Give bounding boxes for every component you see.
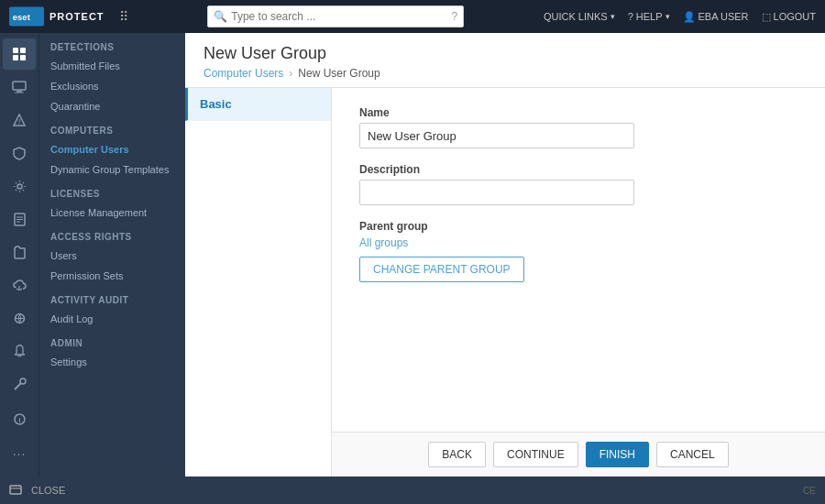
svg-rect-6 <box>13 82 26 90</box>
sidebar-icon-more[interactable]: ··· <box>3 438 36 469</box>
parent-group-value: All groups <box>359 236 798 249</box>
breadcrumb-separator: › <box>289 67 292 80</box>
finish-button[interactable]: FINISH <box>586 442 649 467</box>
form-content-wrapper: Name Description Parent group All groups <box>332 88 825 477</box>
bottom-bar: CLOSE CE <box>0 477 825 504</box>
nav-item-license-management[interactable]: License Management <box>39 203 185 223</box>
sidebar-icon-bell[interactable] <box>3 335 36 367</box>
svg-text:i: i <box>18 417 20 423</box>
bottom-expand-btn[interactable] <box>9 485 22 496</box>
info-icon: i <box>14 413 26 425</box>
svg-rect-5 <box>20 55 26 60</box>
name-group: Name <box>359 106 798 148</box>
topbar: eset PROTECT ⠿ 🔍 ? QUICK LINKS ▾ ? HELP … <box>0 0 825 33</box>
dashboard-icon <box>12 47 27 61</box>
sidebar-icon-network[interactable] <box>3 302 36 334</box>
sidebar-icon-settings[interactable] <box>3 170 36 202</box>
sidebar-icon-tools[interactable] <box>3 368 36 400</box>
nav-item-computer-users[interactable]: Computer Users <box>39 139 185 159</box>
shield-icon <box>13 147 26 160</box>
nav-item-quarantine[interactable]: Quarantine <box>39 96 185 116</box>
folder-icon <box>14 246 26 259</box>
form-content: Name Description Parent group All groups <box>332 88 825 432</box>
change-parent-btn[interactable]: CHANGE PARENT GROUP <box>359 257 524 282</box>
svg-rect-2 <box>13 48 18 53</box>
search-area: 🔍 ? <box>128 5 544 27</box>
breadcrumb-parent[interactable]: Computer Users <box>204 67 283 80</box>
user-btn[interactable]: 👤 EBA USER <box>683 11 749 23</box>
icon-sidebar-bottom: i ··· <box>3 403 36 477</box>
parent-group-section: Parent group All groups CHANGE PARENT GR… <box>359 220 798 282</box>
nav-item-settings[interactable]: Settings <box>39 352 185 372</box>
quick-links-btn[interactable]: QUICK LINKS ▾ <box>544 11 615 22</box>
back-button[interactable]: BACK <box>428 442 486 467</box>
svg-rect-23 <box>10 486 21 494</box>
monitor-icon <box>12 81 27 93</box>
settings-icon <box>13 180 27 193</box>
icon-sidebar: ! i ··· <box>0 33 38 477</box>
form-body: Name Description Parent group All groups <box>359 106 798 413</box>
nav-section-computers: COMPUTERS <box>39 116 185 139</box>
topbar-right: QUICK LINKS ▾ ? HELP ▾ 👤 EBA USER ⬚ LOGO… <box>544 11 816 23</box>
steps-sidebar: Basic <box>185 88 332 477</box>
sidebar-icon-files[interactable] <box>3 236 36 268</box>
nav-item-users[interactable]: Users <box>39 246 185 266</box>
cancel-button[interactable]: CANCEL <box>656 442 729 467</box>
parent-group-label: Parent group <box>359 220 798 233</box>
nav-section-access-rights: ACCESS RIGHTS <box>39 223 185 246</box>
search-help-icon[interactable]: ? <box>452 10 458 23</box>
nav-section-activity-audit: ACTIVITY AUDIT <box>39 286 185 309</box>
sidebar-icon-cloud[interactable] <box>3 269 36 301</box>
help-icon: ? <box>628 11 633 22</box>
svg-rect-7 <box>16 91 22 93</box>
nav-item-audit-log[interactable]: Audit Log <box>39 309 185 329</box>
main-layout: ! i ··· <box>0 33 825 477</box>
breadcrumb: Computer Users › New User Group <box>204 67 807 80</box>
description-input[interactable] <box>359 180 634 205</box>
nav-section-detections: DETECTIONS <box>39 33 185 56</box>
help-btn[interactable]: ? HELP ▾ <box>628 11 670 22</box>
user-icon: 👤 <box>683 11 696 23</box>
ce-text: CE <box>803 486 816 496</box>
svg-text:!: ! <box>18 118 20 125</box>
network-icon <box>13 312 27 325</box>
nav-item-dynamic-group[interactable]: Dynamic Group Templates <box>39 159 185 180</box>
logout-icon: ⬚ <box>762 11 771 23</box>
breadcrumb-current: New User Group <box>298 67 380 80</box>
svg-text:eset: eset <box>13 12 31 22</box>
search-icon: 🔍 <box>214 10 227 23</box>
description-label: Description <box>359 163 798 176</box>
page-header: New User Group Computer Users › New User… <box>185 33 825 88</box>
svg-point-20 <box>20 378 26 384</box>
nav-item-permission-sets[interactable]: Permission Sets <box>39 266 185 286</box>
expand-icon <box>9 485 22 496</box>
grid-icon[interactable]: ⠿ <box>119 9 128 24</box>
search-input[interactable] <box>231 10 447 23</box>
logout-btn[interactable]: ⬚ LOGOUT <box>762 11 816 23</box>
description-group: Description <box>359 163 798 205</box>
sidebar-icon-reports[interactable] <box>3 203 36 235</box>
form-layout: Basic Name Description <box>185 88 825 477</box>
nav-item-exclusions[interactable]: Exclusions <box>39 76 185 96</box>
cloud-icon <box>12 279 27 290</box>
step-basic[interactable]: Basic <box>185 88 331 121</box>
content-area: New User Group Computer Users › New User… <box>185 33 825 477</box>
nav-sidebar: DETECTIONS Submitted Files Exclusions Qu… <box>38 33 185 477</box>
close-label[interactable]: CLOSE <box>31 485 65 496</box>
nav-section-admin: ADMIN <box>39 329 185 352</box>
name-input[interactable] <box>359 123 634 148</box>
search-box: 🔍 ? <box>207 5 464 27</box>
nav-item-submitted-files[interactable]: Submitted Files <box>39 56 185 76</box>
sidebar-icon-computers[interactable] <box>3 71 36 103</box>
sidebar-icon-dashboard[interactable] <box>3 38 36 70</box>
svg-line-19 <box>15 383 21 389</box>
sidebar-icon-info[interactable]: i <box>3 403 36 434</box>
name-label: Name <box>359 106 798 119</box>
continue-button[interactable]: CONTINUE <box>493 442 578 467</box>
nav-section-licenses: LICENSES <box>39 180 185 203</box>
sidebar-icon-shield[interactable] <box>3 137 36 169</box>
svg-point-11 <box>17 184 22 189</box>
svg-rect-8 <box>15 93 24 93</box>
sidebar-icon-alerts[interactable]: ! <box>3 104 36 136</box>
svg-rect-4 <box>13 55 18 60</box>
